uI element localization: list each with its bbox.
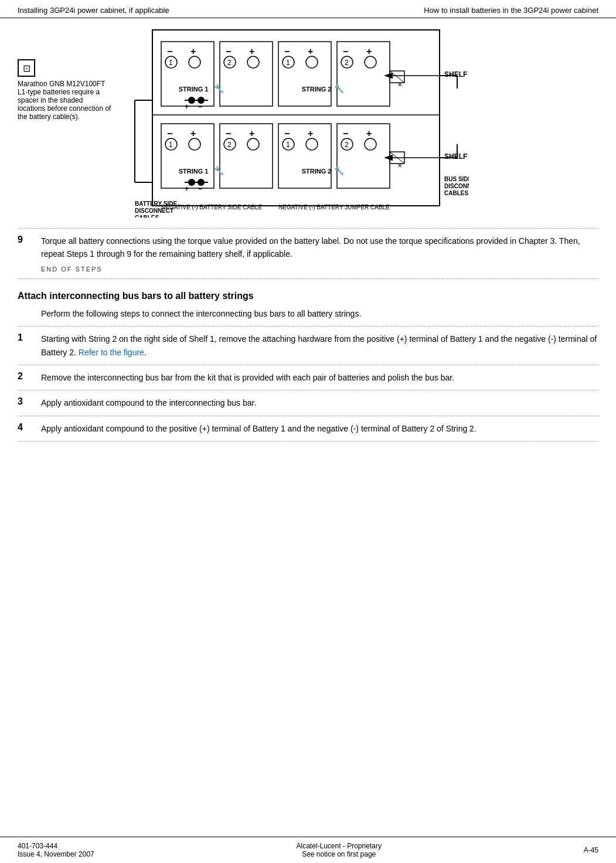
diagram-left-note: ⊡ Marathon GNB M12V100FT L1-type batteri…: [18, 24, 111, 121]
header-left: Installing 3GP24i power cabinet, if appl…: [18, 6, 169, 15]
step-1-text-after: .: [144, 348, 147, 357]
main-content: ⊡ Marathon GNB M12V100FT L1-type batteri…: [0, 18, 616, 483]
svg-text:1: 1: [169, 59, 173, 67]
svg-text:−: −: [198, 103, 202, 111]
step-4-block: 4 Apply antioxidant compound to the posi…: [18, 422, 598, 435]
svg-text:STRING 2: STRING 2: [302, 86, 332, 93]
svg-text:DISCONNECT: DISCONNECT: [444, 183, 469, 189]
footer-center: Alcatel-Lucent - Proprietary See notice …: [296, 842, 381, 858]
svg-text:1: 1: [169, 141, 173, 149]
step-4-number: 4: [18, 422, 32, 435]
svg-text:−: −: [343, 128, 348, 138]
footer-left-line2: Issue 4, November 2007: [18, 850, 94, 858]
footer-center-line1: Alcatel-Lucent - Proprietary: [296, 842, 381, 850]
svg-point-7: [189, 56, 200, 68]
diagram-container: − 1 + − 2 + − 1 +: [123, 24, 598, 219]
footer-center-line2: See notice on first page: [296, 850, 381, 858]
step-2-block: 2 Remove the interconnecting bus bar fro…: [18, 371, 598, 384]
svg-text:NEGATIVE (-) BATTERY JUMPER CA: NEGATIVE (-) BATTERY JUMPER CABLE: [278, 204, 390, 210]
step-2-number: 2: [18, 371, 32, 384]
step-9-content: Torque all battery connections using the…: [41, 235, 598, 261]
svg-point-19: [306, 56, 318, 68]
footer-left: 401-703-444 Issue 4, November 2007: [18, 842, 94, 858]
svg-text:−: −: [198, 185, 202, 193]
svg-text:−: −: [226, 46, 231, 56]
separator-6: [18, 416, 598, 416]
svg-text:NEGATIVE (-) BATTERY SIDE CABL: NEGATIVE (-) BATTERY SIDE CABLE: [161, 204, 262, 210]
step-4-content: Apply antioxidant compound to the positi…: [41, 422, 598, 435]
svg-text:🔧: 🔧: [334, 166, 345, 176]
step-3-block: 3 Apply antioxidant compound to the inte…: [18, 396, 598, 409]
svg-text:STRING 2: STRING 2: [302, 168, 332, 175]
svg-text:−: −: [284, 128, 290, 138]
svg-text:CABLES: CABLES: [444, 190, 468, 196]
step-3-content: Apply antioxidant compound to the interc…: [41, 396, 598, 409]
svg-text:STRING 1: STRING 1: [179, 168, 209, 175]
step-1-block: 1 Starting with String 2 on the right si…: [18, 332, 598, 359]
svg-text:2: 2: [345, 141, 349, 149]
svg-point-60: [365, 138, 376, 150]
separator-3: [18, 326, 598, 327]
svg-text:−: −: [343, 46, 348, 56]
svg-text:+: +: [308, 128, 313, 138]
svg-text:+: +: [190, 128, 196, 138]
svg-text:2: 2: [345, 59, 349, 67]
svg-text:+: +: [249, 46, 254, 56]
section-heading: Attach interconnecting bus bars to all b…: [18, 291, 598, 301]
separator-4: [18, 365, 598, 365]
svg-text:+: +: [366, 46, 372, 56]
svg-text:BUS SIDE: BUS SIDE: [444, 176, 469, 182]
footer-left-line1: 401-703-444: [18, 842, 94, 850]
svg-text:−: −: [167, 128, 172, 138]
svg-text:✕: ✕: [397, 162, 402, 169]
step-1-link[interactable]: Refer to the figure: [79, 348, 144, 357]
svg-text:🔧: 🔧: [214, 84, 224, 94]
svg-point-54: [306, 138, 318, 150]
svg-text:−: −: [226, 128, 231, 138]
end-of-steps: END OF STEPS: [41, 266, 575, 273]
page-footer: 401-703-444 Issue 4, November 2007 Alcat…: [0, 837, 616, 863]
footer-right: A-45: [584, 846, 598, 854]
step-9-number: 9: [18, 235, 32, 261]
battery-diagram-svg: − 1 + − 2 + − 1 +: [123, 24, 469, 218]
svg-text:−: −: [284, 46, 290, 56]
step-2-content: Remove the interconnecting bus bar from …: [41, 371, 598, 384]
svg-text:2: 2: [227, 141, 232, 149]
note-icon: ⊡: [18, 59, 35, 77]
step-1-content: Starting with String 2 on the right side…: [41, 332, 598, 359]
svg-text:+: +: [185, 103, 189, 111]
separator-1: [18, 228, 598, 229]
svg-text:−: −: [167, 46, 172, 56]
svg-point-25: [365, 56, 376, 68]
svg-text:CABLES: CABLES: [135, 215, 159, 218]
diagram-area: ⊡ Marathon GNB M12V100FT L1-type batteri…: [18, 24, 598, 219]
svg-line-80: [390, 71, 404, 83]
svg-text:+: +: [366, 128, 372, 138]
svg-text:🔧: 🔧: [214, 166, 224, 176]
svg-point-13: [247, 56, 259, 68]
svg-text:2: 2: [227, 59, 232, 67]
svg-text:✕: ✕: [397, 81, 402, 88]
section-intro: Perform the following steps to connect t…: [41, 307, 598, 320]
left-note-text: Marathon GNB M12V100FT L1-type batteries…: [18, 80, 111, 121]
svg-text:+: +: [249, 128, 254, 138]
svg-text:🔧: 🔧: [334, 84, 345, 94]
svg-text:+: +: [185, 185, 189, 193]
svg-text:+: +: [190, 46, 196, 56]
separator-5: [18, 390, 598, 390]
separator-7: [18, 441, 598, 441]
svg-text:1: 1: [286, 141, 290, 149]
svg-text:1: 1: [286, 59, 290, 67]
svg-point-42: [189, 138, 200, 150]
header-right: How to install batteries in the 3GP24i p…: [424, 6, 598, 15]
svg-text:+: +: [308, 46, 313, 56]
page-header: Installing 3GP24i power cabinet, if appl…: [0, 0, 616, 18]
step-3-number: 3: [18, 396, 32, 409]
svg-text:STRING 1: STRING 1: [179, 86, 209, 93]
separator-2: [18, 278, 598, 279]
step-9-block: 9 Torque all battery connections using t…: [18, 235, 598, 261]
svg-point-48: [247, 138, 259, 150]
step-1-number: 1: [18, 332, 32, 359]
